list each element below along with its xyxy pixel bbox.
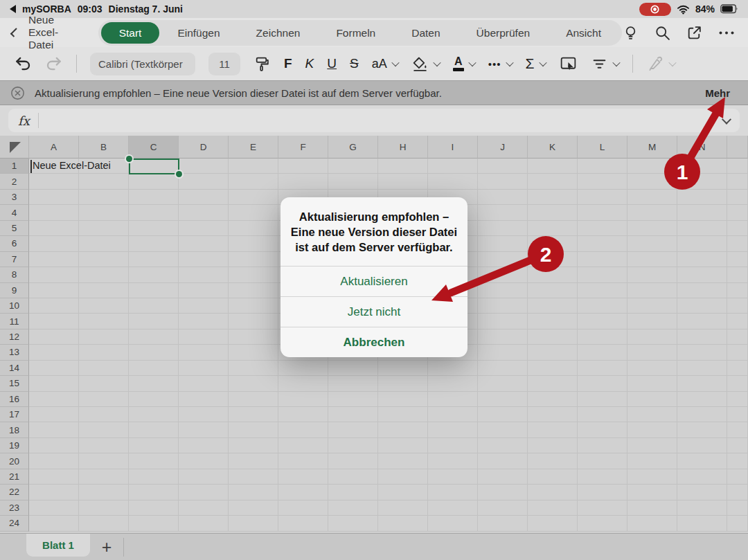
cell-N23[interactable] [677,500,727,516]
cell-D19[interactable] [179,438,229,453]
cell-M17[interactable] [627,407,677,422]
cell-K9[interactable] [528,283,578,298]
cell-K6[interactable] [528,236,578,251]
cell-K14[interactable] [528,361,578,376]
cell-B17[interactable] [79,407,129,422]
autosum-button[interactable]: Σ [526,55,546,72]
cell-H22[interactable] [378,485,428,500]
cell-A1[interactable]: Neue Excel-Datei [29,159,79,174]
cell-B24[interactable] [79,516,129,531]
cell-M7[interactable] [627,252,677,267]
cell-F19[interactable] [278,438,328,453]
cell-K10[interactable] [528,298,578,314]
cell-I21[interactable] [428,469,478,485]
more-formatting-button[interactable]: ••• [488,58,513,70]
cell-G22[interactable] [328,485,378,500]
row-header-18[interactable]: 18 [0,422,29,437]
cell-H19[interactable] [378,438,428,453]
cell-K18[interactable] [528,422,578,437]
cell-M19[interactable] [627,438,677,453]
cell-E11[interactable] [229,314,278,329]
cell-E20[interactable] [229,453,278,469]
cell-K11[interactable] [528,314,578,329]
cell-N9[interactable] [677,283,727,298]
cell-A5[interactable] [29,221,79,236]
cell-H2[interactable] [378,174,428,189]
cell-C19[interactable] [129,438,179,453]
cell-L15[interactable] [578,376,627,391]
tab-formeln[interactable]: Formeln [318,22,393,44]
cell-B3[interactable] [79,190,129,205]
cell-I1[interactable] [428,159,478,174]
cell-C5[interactable] [129,221,179,236]
cell-H1[interactable] [378,159,428,174]
italic-button[interactable]: K [305,56,314,71]
cell-M8[interactable] [627,267,677,282]
cell-H20[interactable] [378,453,428,469]
cell-A18[interactable] [29,422,79,437]
cell-K4[interactable] [528,205,578,220]
cell-F20[interactable] [278,453,328,469]
cell-A13[interactable] [29,345,79,360]
sheet-tab-blatt-1[interactable]: Blatt 1 [26,534,90,557]
cell-E12[interactable] [229,329,278,345]
cell-L22[interactable] [578,485,627,500]
cell-G18[interactable] [328,422,378,437]
cell-L8[interactable] [578,267,627,282]
cell-L3[interactable] [578,190,627,205]
cell-B5[interactable] [79,221,129,236]
row-header-16[interactable]: 16 [0,392,29,407]
cell-G23[interactable] [328,500,378,516]
cell-H16[interactable] [378,392,428,407]
cell-C4[interactable] [129,205,179,220]
cell-L16[interactable] [578,392,627,407]
cell-B19[interactable] [79,438,129,453]
cell-M13[interactable] [627,345,677,360]
cell-K1[interactable] [528,159,578,174]
cell-L24[interactable] [578,516,627,531]
cell-E15[interactable] [229,376,278,391]
cell-I15[interactable] [428,376,478,391]
cell-B18[interactable] [79,422,129,437]
cell-A3[interactable] [29,190,79,205]
cell-B7[interactable] [79,252,129,267]
cell-D16[interactable] [179,392,229,407]
cell-D23[interactable] [179,500,229,516]
undo-button[interactable] [14,55,32,73]
cell-D11[interactable] [179,314,229,329]
cell-D5[interactable] [179,221,229,236]
row-header-22[interactable]: 22 [0,485,29,500]
cell-A19[interactable] [29,438,79,453]
cell-E7[interactable] [229,252,278,267]
back-chevron-icon[interactable] [10,28,19,37]
cell-N13[interactable] [677,345,727,360]
cell-C18[interactable] [129,422,179,437]
cell-L20[interactable] [578,453,627,469]
bold-button[interactable]: F [284,56,292,71]
cell-K8[interactable] [528,267,578,282]
cell-A15[interactable] [29,376,79,391]
tab-start[interactable]: Start [101,22,160,44]
font-formatting-button[interactable]: aA [372,57,398,71]
cell-C14[interactable] [129,361,179,376]
column-header-A[interactable]: A [29,136,79,159]
cell-K17[interactable] [528,407,578,422]
cell-C21[interactable] [129,469,179,485]
cell-E2[interactable] [229,174,278,189]
font-color-button[interactable]: A [453,56,475,71]
cell-D9[interactable] [179,283,229,298]
cell-D13[interactable] [179,345,229,360]
cell-N1[interactable] [677,159,727,174]
cell-K13[interactable] [528,345,578,360]
cell-B9[interactable] [79,283,129,298]
column-header-H[interactable]: H [378,136,428,159]
formula-input-box[interactable]: fx [8,109,740,132]
column-header-M[interactable]: M [627,136,677,159]
cell-L13[interactable] [578,345,627,360]
cell-I17[interactable] [428,407,478,422]
selected-cell-outline[interactable] [129,159,179,174]
cell-D10[interactable] [179,298,229,314]
cell-D2[interactable] [179,174,229,189]
cell-J20[interactable] [478,453,528,469]
cell-C20[interactable] [129,453,179,469]
